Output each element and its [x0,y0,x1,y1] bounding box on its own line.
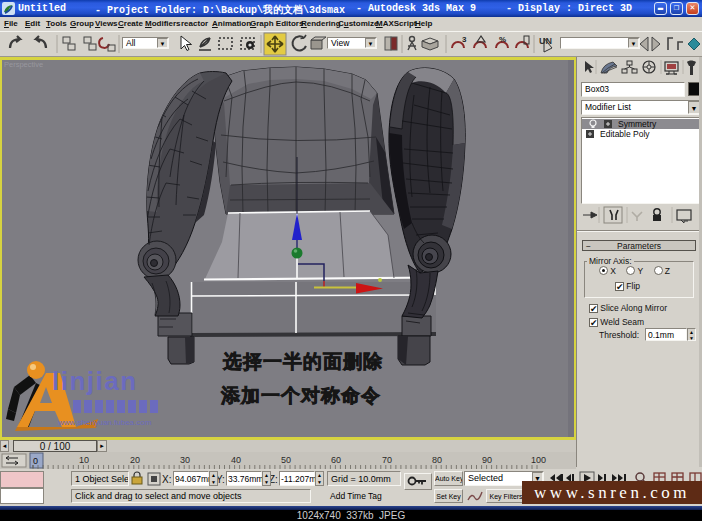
svg-text:0: 0 [33,456,38,466]
svg-text:X:: X: [162,474,171,485]
svg-text:100: 100 [531,455,546,465]
svg-text:linjian: linjian [52,366,138,396]
svg-text:70: 70 [382,455,392,465]
svg-text:90: 90 [482,455,492,465]
svg-text:www.shenyuan.fubea.com: www.shenyuan.fubea.com [57,418,152,427]
svg-text:Perspective: Perspective [4,60,43,69]
svg-text:40: 40 [231,455,241,465]
svg-text:选择一半的面删除: 选择一半的面删除 [222,351,383,372]
svg-text:UN: UN [539,36,552,46]
svg-text:30: 30 [180,455,190,465]
svg-text:添加一个对称命令: 添加一个对称命令 [220,385,381,406]
svg-text:10: 10 [79,455,89,465]
svg-text:20: 20 [130,455,140,465]
svg-text:%: % [499,35,506,44]
svg-text:60: 60 [331,455,341,465]
svg-text:50: 50 [281,455,291,465]
svg-text:80: 80 [432,455,442,465]
svg-text:3: 3 [462,35,467,44]
